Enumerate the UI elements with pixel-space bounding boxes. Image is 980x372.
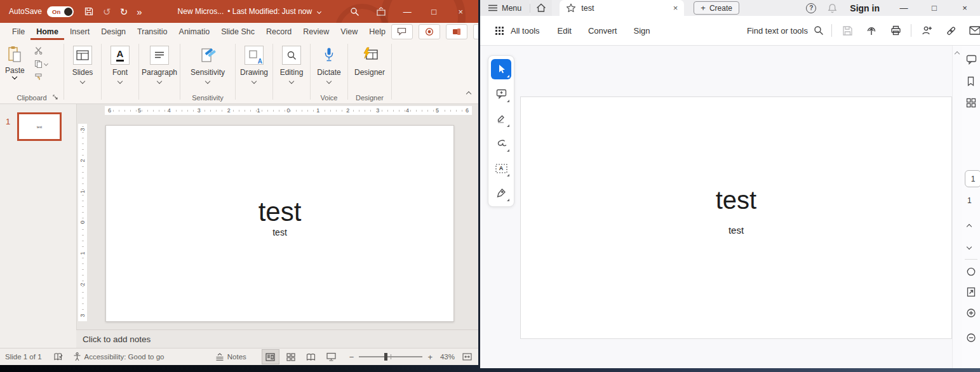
paste-button[interactable]: Paste bbox=[5, 45, 25, 79]
zoom-in-icon[interactable] bbox=[966, 308, 976, 318]
slide-title[interactable]: test bbox=[106, 197, 453, 227]
tab-design[interactable]: Design bbox=[95, 23, 131, 40]
slideshow-view-button[interactable] bbox=[323, 349, 340, 364]
dictate-button[interactable]: Dictate bbox=[311, 40, 347, 92]
link-icon[interactable] bbox=[943, 25, 958, 36]
bookmarks-panel-icon[interactable] bbox=[966, 76, 976, 86]
format-painter-button[interactable] bbox=[34, 73, 43, 81]
tab-file[interactable]: File bbox=[6, 23, 30, 40]
editing-button[interactable]: Editing bbox=[273, 40, 310, 92]
fit-slide-to-window-button[interactable] bbox=[462, 352, 472, 361]
convert-menu[interactable]: Convert bbox=[588, 26, 617, 36]
zoom-menu-icon[interactable] bbox=[966, 267, 976, 277]
zoom-out-icon[interactable] bbox=[966, 333, 976, 343]
tab-slideshow[interactable]: Slide Shc bbox=[215, 23, 260, 40]
tab-review[interactable]: Review bbox=[297, 23, 335, 40]
tab-transitions[interactable]: Transitio bbox=[131, 23, 173, 40]
sensitivity-button[interactable]: Sensitivity bbox=[182, 40, 233, 92]
page-number-input[interactable]: 1 bbox=[965, 170, 980, 187]
close-button[interactable]: × bbox=[447, 0, 474, 23]
page-thumbnails-panel-icon[interactable] bbox=[966, 98, 976, 108]
all-tools-grid-icon[interactable] bbox=[492, 27, 507, 35]
star-icon[interactable] bbox=[566, 3, 576, 13]
tab-help[interactable]: Help bbox=[363, 23, 391, 40]
spellcheck-icon[interactable] bbox=[53, 352, 63, 361]
highlight-tool[interactable] bbox=[491, 109, 511, 129]
zoom-in-button[interactable]: + bbox=[427, 352, 433, 362]
tab-view[interactable]: View bbox=[335, 23, 363, 40]
pdf-page[interactable]: test test bbox=[520, 96, 952, 339]
request-signatures-icon[interactable] bbox=[919, 25, 934, 36]
document-tab[interactable]: test × bbox=[560, 0, 684, 16]
redo-icon[interactable]: ↻ bbox=[120, 7, 128, 17]
sign-menu[interactable]: Sign bbox=[633, 26, 650, 36]
zoom-out-button[interactable]: − bbox=[349, 352, 354, 362]
document-scrollbar[interactable] bbox=[952, 46, 962, 368]
pdf-document-area[interactable]: test test bbox=[480, 46, 953, 368]
slide-editor[interactable]: test test bbox=[105, 125, 454, 322]
sign-in-button[interactable]: Sign in bbox=[850, 3, 880, 13]
fill-and-sign-tool[interactable] bbox=[491, 183, 511, 203]
draw-tool[interactable] bbox=[491, 133, 511, 154]
edit-menu[interactable]: Edit bbox=[558, 26, 572, 36]
comments-panel-icon[interactable] bbox=[966, 55, 977, 65]
minimize-button[interactable]: — bbox=[889, 0, 919, 16]
accessibility-status[interactable]: Accessibility: Good to go bbox=[73, 352, 164, 361]
upload-share-icon[interactable] bbox=[864, 25, 879, 36]
scroll-up-icon[interactable] bbox=[955, 51, 960, 56]
reading-view-button[interactable] bbox=[302, 349, 320, 364]
add-text-tool[interactable]: A bbox=[491, 158, 511, 178]
add-comment-tool[interactable] bbox=[491, 84, 511, 104]
designer-button[interactable]: Designer bbox=[349, 40, 390, 92]
collapse-ribbon-button[interactable] bbox=[467, 87, 471, 98]
close-tab-icon[interactable]: × bbox=[673, 3, 678, 13]
tab-animations[interactable]: Animatio bbox=[173, 23, 216, 40]
help-icon[interactable]: ? bbox=[806, 3, 816, 13]
copy-button[interactable] bbox=[34, 60, 48, 68]
find-text-or-tools[interactable]: Find text or tools bbox=[747, 25, 824, 36]
present-in-teams-icon[interactable] bbox=[446, 24, 467, 39]
home-button[interactable] bbox=[530, 0, 552, 16]
print-icon[interactable] bbox=[888, 25, 903, 36]
comments-button[interactable] bbox=[391, 24, 413, 39]
font-button[interactable]: A Font bbox=[102, 40, 138, 92]
slide-subtitle[interactable]: test bbox=[106, 227, 453, 237]
zoom-slider-knob[interactable] bbox=[384, 353, 387, 361]
select-tool[interactable] bbox=[491, 59, 511, 79]
create-button[interactable]: + Create bbox=[694, 1, 739, 15]
undo-icon[interactable]: ↺ bbox=[103, 7, 111, 17]
slides-button[interactable]: Slides bbox=[64, 40, 101, 92]
share-button[interactable] bbox=[473, 24, 478, 39]
save-icon[interactable] bbox=[84, 6, 94, 17]
zoom-slider[interactable] bbox=[359, 356, 422, 357]
notes-pane[interactable]: Click to add notes bbox=[76, 329, 478, 349]
fit-page-icon[interactable] bbox=[966, 287, 976, 297]
autosave-toggle[interactable]: On bbox=[47, 6, 74, 17]
document-title[interactable]: New Micros... • Last Modified: Just now bbox=[178, 7, 321, 16]
zoom-level[interactable]: 43% bbox=[440, 353, 455, 361]
tab-insert[interactable]: Insert bbox=[64, 23, 95, 40]
ribbon-display-options-icon[interactable] bbox=[376, 7, 386, 17]
tab-record[interactable]: Record bbox=[260, 23, 297, 40]
minimize-button[interactable]: — bbox=[394, 0, 420, 23]
more-commands-icon[interactable]: » bbox=[137, 7, 142, 17]
slide-sorter-view-button[interactable] bbox=[282, 349, 300, 364]
tab-home[interactable]: Home bbox=[30, 23, 64, 40]
notes-toggle[interactable]: Notes bbox=[215, 353, 246, 361]
menu-button[interactable]: Menu bbox=[480, 0, 530, 16]
previous-page-icon[interactable] bbox=[967, 220, 971, 231]
notifications-bell-icon[interactable] bbox=[828, 3, 837, 13]
paragraph-button[interactable]: Paragraph bbox=[139, 40, 180, 92]
email-icon[interactable] bbox=[967, 26, 980, 35]
slide-thumbnail[interactable]: test bbox=[17, 112, 62, 141]
all-tools-menu[interactable]: All tools bbox=[511, 26, 540, 36]
next-page-icon[interactable] bbox=[967, 240, 971, 251]
normal-view-button[interactable] bbox=[262, 349, 279, 364]
cut-button[interactable] bbox=[34, 46, 43, 55]
close-button[interactable]: × bbox=[950, 0, 980, 16]
maximize-button[interactable]: □ bbox=[420, 0, 447, 23]
clipboard-dialog-launcher[interactable] bbox=[53, 95, 58, 100]
search-icon[interactable] bbox=[350, 7, 359, 17]
record-button[interactable] bbox=[419, 24, 440, 39]
maximize-button[interactable]: □ bbox=[919, 0, 950, 16]
